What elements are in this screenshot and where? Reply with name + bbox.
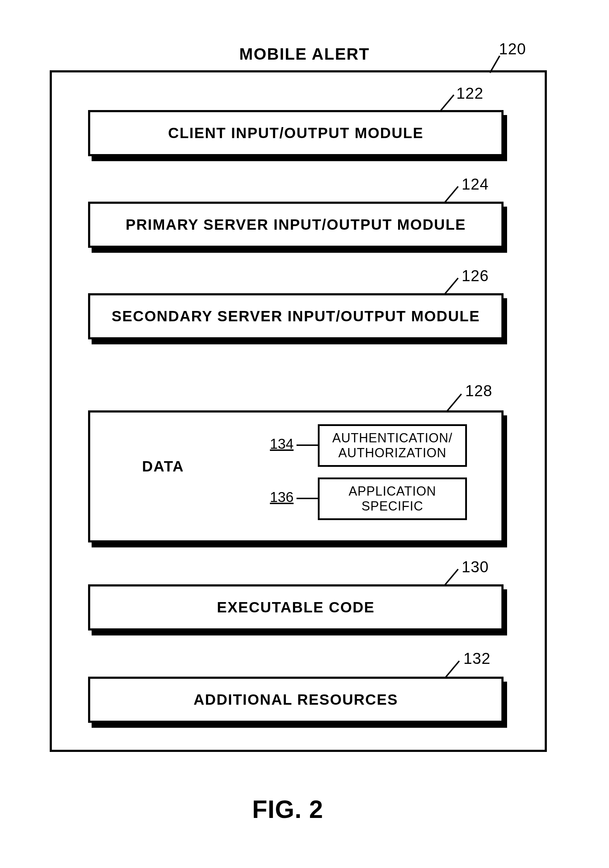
module-add-res: ADDITIONAL RESOURCES (88, 677, 503, 723)
sub-box-app-specific: APPLICATION SPECIFIC (318, 477, 467, 520)
ref-client-io: 122 (456, 84, 483, 102)
module-exec-code: EXECUTABLE CODE (88, 584, 503, 631)
module-client-io: CLIENT INPUT/OUTPUT MODULE (88, 110, 503, 156)
ref-outer: 120 (499, 40, 526, 58)
ref-auth: 134 (270, 436, 294, 452)
ref-primary-io: 124 (461, 175, 489, 193)
sub-box-auth: AUTHENTICATION/ AUTHORIZATION (318, 424, 467, 467)
figure-caption: FIG. 2 (252, 795, 323, 824)
ref-add-res: 132 (463, 649, 490, 667)
module-secondary-io: SECONDARY SERVER INPUT/OUTPUT MODULE (88, 293, 503, 339)
ref-exec-code: 130 (461, 558, 489, 576)
module-primary-io: PRIMARY SERVER INPUT/OUTPUT MODULE (88, 202, 503, 248)
connector-auth (297, 445, 318, 446)
connector-app-specific (297, 498, 318, 499)
ref-app-specific: 136 (270, 489, 294, 505)
ref-secondary-io: 126 (461, 267, 489, 285)
diagram-canvas: MOBILE ALERT 120 122 CLIENT INPUT/OUTPUT… (0, 0, 609, 868)
data-label: DATA (142, 458, 184, 475)
ref-data: 128 (465, 382, 492, 400)
